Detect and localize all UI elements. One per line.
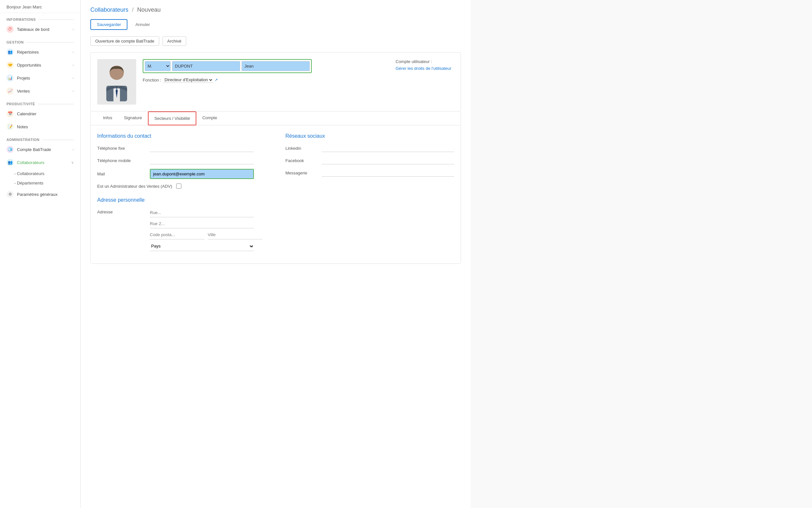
chart-icon: 📊	[6, 74, 14, 82]
sidebar-item-repertoires[interactable]: 👥 Répertoires ›	[0, 45, 80, 58]
handshake-icon: 🤝	[6, 61, 14, 69]
address-inputs: Pays	[150, 208, 254, 251]
tab-secteurs[interactable]: Secteurs / Visibilité	[148, 112, 197, 125]
gerer-droits-link[interactable]: Gérer les droits de l'utilisateur	[396, 66, 452, 71]
chevron-down-icon: ∨	[71, 161, 74, 165]
external-link-icon[interactable]: ↗	[215, 78, 218, 82]
tabs: Infos Signature Secteurs / Visibilité Co…	[91, 112, 461, 125]
sidebar-item-ventes[interactable]: 📈 Ventes ›	[0, 84, 80, 97]
sidebar-greeting: Bonjour Jean Marc	[0, 0, 80, 13]
sidebar-item-notes[interactable]: 📝 Notes	[0, 120, 80, 133]
archive-button[interactable]: Archivé	[162, 36, 186, 46]
people-icon: 👥	[6, 48, 14, 55]
tel-mobile-input[interactable]	[150, 157, 254, 164]
pays-select-container: Pays	[150, 241, 254, 251]
mail-input[interactable]	[150, 169, 254, 179]
chevron-right-icon: ›	[73, 76, 74, 80]
chevron-right-icon: ›	[73, 63, 74, 67]
sidebar-section-gestion: GESTION	[0, 36, 80, 45]
breadcrumb-current: Nouveau	[137, 6, 161, 13]
facebook-input[interactable]	[322, 157, 454, 164]
tel-fixe-label: Téléphone fixe	[97, 146, 146, 151]
linkedin-label: Linkedin	[285, 146, 318, 151]
main-content: Collaborateurs / Nouveau Sauvegarder Ann…	[81, 0, 471, 508]
linkedin-input[interactable]	[322, 144, 454, 152]
contact-section: Informations du contact Téléphone fixe T…	[97, 133, 266, 256]
name-fields-group: M. Mme Dr	[143, 59, 312, 73]
tab-signature[interactable]: Signature	[118, 112, 148, 125]
sidebar-section-informations: INFORMATIONS	[0, 13, 80, 23]
sidebar-item-parametres[interactable]: ⚙ Paramètres généraux	[0, 188, 80, 201]
social-row-linkedin: Linkedin	[285, 144, 454, 152]
sidebar-item-projets[interactable]: 📊 Projets ›	[0, 72, 80, 84]
messagerie-label: Messagerie	[285, 171, 318, 175]
sidebar-sub-departements[interactable]: - Départements	[0, 178, 80, 188]
tab-infos[interactable]: Infos	[97, 112, 118, 125]
adv-label: Est un Administrateur des Ventes (ADV)	[97, 183, 172, 189]
tel-fixe-input[interactable]	[150, 144, 254, 152]
tab-content: Informations du contact Téléphone fixe T…	[91, 125, 461, 263]
prenom-input[interactable]	[241, 61, 310, 71]
form-sections: Informations du contact Téléphone fixe T…	[97, 133, 454, 256]
rue1-input[interactable]	[150, 208, 254, 217]
social-section-title: Réseaux sociaux	[285, 133, 454, 139]
facebook-label: Facebook	[285, 158, 318, 163]
address-section: Adresse personnelle Adresse	[97, 197, 266, 251]
address-label: Adresse	[97, 208, 146, 214]
contact-section-title: Informations du contact	[97, 133, 266, 139]
fonction-label: Fonction :	[143, 78, 161, 83]
civility-select[interactable]: M. Mme Dr	[145, 61, 171, 71]
gear-icon: ⚙	[6, 190, 14, 198]
compte-label: Compte utilisateur :	[396, 59, 454, 64]
action-buttons: Ouverture de compte BatiTrade Archivé	[90, 36, 461, 46]
avatar-image	[101, 62, 133, 101]
cancel-button[interactable]: Annuler	[131, 19, 154, 30]
sidebar: Bonjour Jean Marc INFORMATIONS ⏱ Tableau…	[0, 0, 81, 508]
avatar	[97, 59, 136, 104]
form-row-mail: Mail	[97, 169, 266, 179]
sidebar-item-compte-batitrade[interactable]: 🧊 Compte BatiTrade ›	[0, 143, 80, 156]
code-postal-input[interactable]	[150, 230, 204, 239]
note-icon: 📝	[6, 123, 14, 130]
profile-fields: M. Mme Dr Fonction : Directeur d'Exploit…	[143, 59, 383, 83]
social-section: Réseaux sociaux Linkedin Facebook Messag…	[285, 133, 454, 256]
nom-input[interactable]	[172, 61, 240, 71]
tab-compte[interactable]: Compte	[196, 112, 223, 125]
toolbar: Sauvegarder Annuler	[90, 19, 461, 30]
chevron-right-icon: ›	[73, 89, 74, 93]
pays-select[interactable]: Pays	[150, 241, 254, 251]
sidebar-item-collaborateurs[interactable]: 👥 Collaborateurs ∨	[0, 156, 80, 169]
mail-label: Mail	[97, 171, 146, 176]
ville-input[interactable]	[208, 230, 262, 239]
compte-utilisateur-section: Compte utilisateur : Gérer les droits de…	[389, 59, 454, 71]
main-content-area: Collaborateurs / Nouveau Sauvegarder Ann…	[81, 0, 812, 508]
trend-icon: 📈	[6, 87, 14, 94]
rue2-input[interactable]	[150, 219, 254, 228]
name-row: M. Mme Dr	[143, 59, 383, 73]
chevron-right-icon: ›	[73, 50, 74, 54]
sidebar-section-administration: ADMINISTRATION	[0, 133, 80, 143]
tabs-container: Infos Signature Secteurs / Visibilité Co…	[90, 112, 461, 264]
fonction-value: Directeur d'Exploitation ↗	[163, 77, 218, 83]
form-row-tel-mobile: Téléphone mobile	[97, 157, 266, 164]
chevron-right-icon: ›	[73, 147, 74, 152]
sidebar-item-calendrier[interactable]: 📅 Calendrier	[0, 107, 80, 120]
messagerie-input[interactable]	[322, 169, 454, 177]
chevron-right-icon: ›	[73, 27, 74, 31]
sidebar-item-tableaux[interactable]: ⏱ Tableaux de bord ›	[0, 23, 80, 36]
social-row-facebook: Facebook	[285, 157, 454, 164]
collaborateurs-icon: 👥	[6, 159, 14, 166]
breadcrumb-parent[interactable]: Collaborateurs	[90, 6, 128, 13]
cube-icon: 🧊	[6, 146, 14, 153]
ouverture-compte-button[interactable]: Ouverture de compte BatiTrade	[90, 36, 159, 46]
clock-icon: ⏱	[6, 26, 14, 33]
social-row-messagerie: Messagerie	[285, 169, 454, 177]
breadcrumb: Collaborateurs / Nouveau	[90, 6, 461, 13]
form-row-adv: Est un Administrateur des Ventes (ADV)	[97, 183, 266, 189]
sidebar-item-opportunites[interactable]: 🤝 Opportunités ›	[0, 58, 80, 72]
save-button[interactable]: Sauvegarder	[90, 19, 127, 30]
sidebar-section-productivite: PRODUCTIVITÉ	[0, 97, 80, 107]
adv-checkbox[interactable]	[176, 183, 181, 189]
fonction-select[interactable]: Directeur d'Exploitation	[163, 77, 213, 83]
sidebar-sub-collaborateurs[interactable]: - Collaborateurs	[0, 169, 80, 178]
